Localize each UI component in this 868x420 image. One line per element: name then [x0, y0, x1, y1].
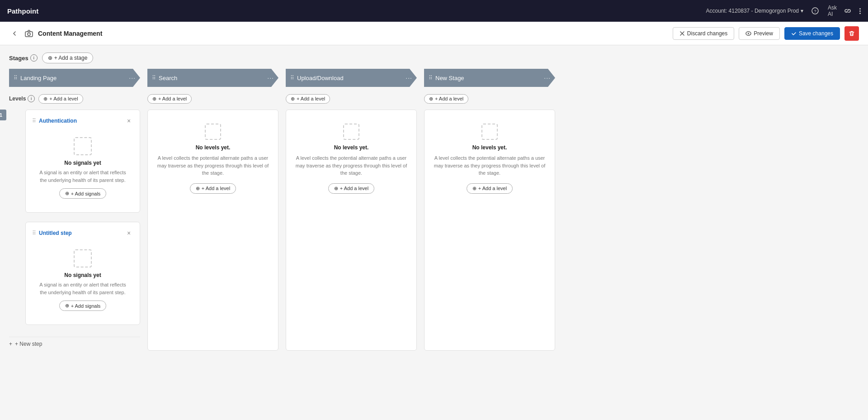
stage-more-button[interactable]: ··· — [129, 74, 136, 81]
add-level-button-0[interactable]: ⊕ + Add a level — [38, 94, 83, 104]
stage-drag-handle-upload[interactable] — [290, 75, 294, 81]
step-name-untitled: Untitled step — [39, 230, 124, 236]
step-close-button-untitled[interactable]: × — [124, 229, 133, 238]
stages-header: Stages i ⊕ + Add a stage — [9, 52, 859, 63]
stage-name: Landing Page — [20, 75, 57, 81]
step-close-button[interactable]: × — [124, 116, 133, 125]
svg-point-5 — [748, 33, 749, 34]
top-navigation: Pathpoint Account: 4120837 - Demogorgon … — [0, 0, 868, 22]
step-container-auth: 1 ⊘ Authentication × No signals yet A si… — [9, 110, 140, 217]
no-levels-card-new: No levels yet. A level collects the pote… — [424, 110, 555, 351]
step-drag-handle-untitled[interactable] — [32, 230, 36, 236]
link-icon[interactable] — [843, 6, 852, 15]
help-button[interactable]: ? — [811, 6, 820, 15]
account-chevron: ▾ — [801, 8, 803, 14]
step-card-header-untitled: Untitled step × — [32, 229, 133, 238]
sub-navigation: Content Management Discard changes Previ… — [0, 22, 868, 45]
add-level-inner-button-new[interactable]: ⊕ + Add a level — [467, 183, 513, 194]
add-signals-button-auth[interactable]: ⊕ + Add signals — [59, 188, 107, 199]
column-search: Search ··· ⊕ + Add a level No levels yet… — [147, 69, 278, 351]
dashed-placeholder — [74, 137, 92, 155]
add-level-inner-button-search[interactable]: ⊕ + Add a level — [190, 183, 236, 194]
stage-header-new-stage: New Stage ··· — [424, 69, 555, 87]
add-level-inner-button-upload[interactable]: ⊕ + Add a level — [328, 183, 374, 194]
sub-nav-actions: Discard changes Preview Save changes — [673, 26, 859, 41]
add-stage-icon: ⊕ — [48, 55, 52, 61]
preview-button[interactable]: Preview — [739, 27, 780, 40]
add-level-button-1[interactable]: ⊕ + Add a level — [147, 94, 192, 104]
stage-header-landing-page: Landing Page ··· — [9, 69, 140, 87]
no-signals-title: No signals yet — [36, 160, 130, 166]
svg-point-3 — [28, 33, 30, 35]
save-label: Save changes — [799, 30, 833, 37]
no-levels-desc-upload: A level collects the potential alternate… — [295, 154, 407, 177]
ask-ai-button[interactable]: Ask AI — [827, 6, 836, 15]
add-signals-icon: ⊕ — [65, 191, 69, 196]
add-level-header-upload: ⊕ + Add a level — [286, 92, 417, 105]
no-signals-desc: A signal is an entity or alert that refl… — [36, 169, 130, 184]
discard-changes-button[interactable]: Discard changes — [673, 27, 734, 40]
new-step-label: + New step — [15, 341, 42, 347]
stage-name-new: New Stage — [435, 75, 464, 81]
no-levels-title-upload: No levels yet. — [295, 144, 407, 151]
dashed-placeholder-untitled — [74, 249, 92, 267]
delete-button[interactable] — [844, 26, 859, 41]
stage-name-upload: Upload/Download — [297, 75, 344, 81]
step-drag-handle[interactable] — [32, 118, 36, 124]
main-content: Stages i ⊕ + Add a stage Landing Page ··… — [0, 45, 868, 420]
columns-grid: Landing Page ··· Levels i ⊕ + Add a leve… — [9, 69, 859, 351]
stage-name-search: Search — [159, 75, 177, 81]
app-title: Pathpoint — [7, 7, 38, 15]
dashed-placeholder-upload — [343, 124, 359, 140]
stage-header-search: Search ··· — [147, 69, 278, 87]
step-container-untitled: Untitled step × No signals yet A signal … — [9, 222, 140, 329]
level-number: 1 — [0, 110, 6, 120]
no-levels-desc-new: A level collects the potential alternate… — [434, 154, 546, 177]
stage-more-button-upload[interactable]: ··· — [406, 74, 412, 81]
back-button[interactable] — [9, 28, 20, 39]
column-landing-page: Landing Page ··· Levels i ⊕ + Add a leve… — [9, 69, 140, 351]
step-card-auth: Authentication × No signals yet A signal… — [25, 110, 140, 213]
new-step-button[interactable]: + + New step — [9, 337, 140, 351]
stage-more-button-search[interactable]: ··· — [267, 74, 274, 81]
svg-rect-2 — [25, 32, 33, 37]
svg-text:?: ? — [814, 9, 816, 14]
discard-label: Discard changes — [687, 30, 727, 37]
preview-label: Preview — [754, 30, 773, 37]
camera-icon — [24, 28, 34, 39]
no-signals-desc-untitled: A signal is an entity or alert that refl… — [36, 281, 130, 296]
stages-label: Stages i — [9, 54, 38, 62]
step-name: Authentication — [39, 118, 124, 124]
levels-info-icon[interactable]: i — [28, 95, 35, 102]
add-level-icon: ⊕ — [43, 96, 47, 102]
stage-drag-handle[interactable] — [14, 75, 18, 81]
column-new-stage: New Stage ··· ⊕ + Add a level No levels … — [424, 69, 555, 351]
stage-drag-handle-search[interactable] — [152, 75, 156, 81]
step-card-untitled: Untitled step × No signals yet A signal … — [25, 222, 140, 325]
add-stage-button[interactable]: ⊕ + Add a stage — [42, 52, 94, 63]
add-level-header-new: ⊕ + Add a level — [424, 92, 555, 105]
stages-info-icon[interactable]: i — [30, 54, 38, 62]
add-level-button-3[interactable]: ⊕ + Add a level — [424, 94, 468, 104]
no-levels-card-search: No levels yet. A level collects the pote… — [147, 110, 278, 351]
stage-more-button-new[interactable]: ··· — [544, 74, 551, 81]
stage-header-upload: Upload/Download ··· — [286, 69, 417, 87]
add-level-button-2[interactable]: ⊕ + Add a level — [286, 94, 330, 104]
no-levels-title-search: No levels yet. — [157, 144, 269, 151]
no-levels-title-new: No levels yet. — [434, 144, 546, 151]
new-step-plus-icon: + — [9, 341, 12, 347]
add-signals-button-untitled[interactable]: ⊕ + Add signals — [59, 301, 107, 311]
dashed-placeholder-new — [481, 124, 498, 140]
dashed-placeholder-search — [205, 124, 221, 140]
column-upload-download: Upload/Download ··· ⊕ + Add a level No l… — [286, 69, 417, 351]
no-signals-area-untitled: No signals yet A signal is an entity or … — [32, 242, 133, 318]
add-signals-icon-untitled: ⊕ — [65, 303, 69, 309]
stage-drag-handle-new[interactable] — [429, 75, 433, 81]
add-level-header-search: ⊕ + Add a level — [147, 92, 278, 105]
no-levels-desc-search: A level collects the potential alternate… — [157, 154, 269, 177]
account-selector[interactable]: Account: 4120837 - Demogorgon Prod ▾ — [706, 8, 803, 14]
levels-label: Levels i — [9, 95, 35, 102]
ask-ai-label: Ask AI — [828, 5, 837, 17]
more-options-button[interactable] — [859, 8, 861, 14]
save-changes-button[interactable]: Save changes — [784, 27, 840, 40]
